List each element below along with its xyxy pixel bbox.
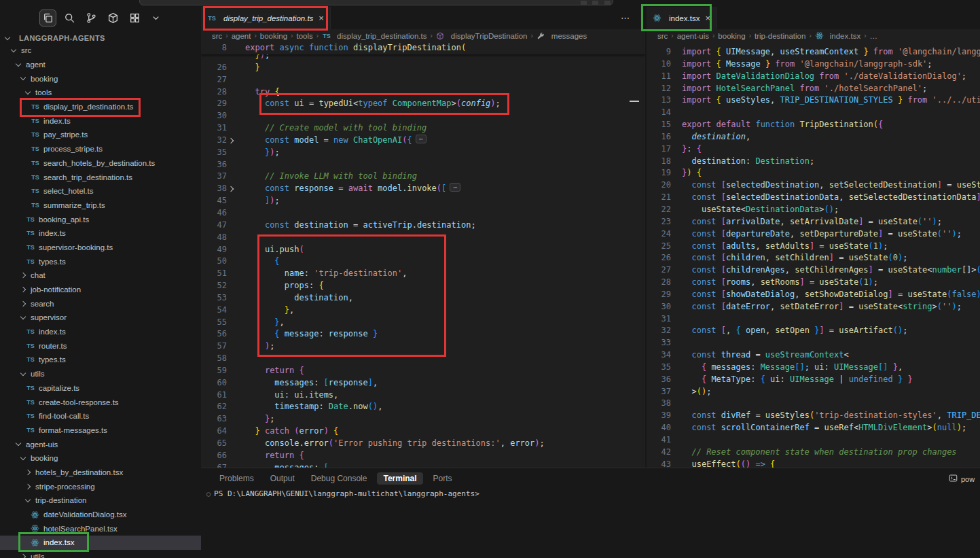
panel-tab-ports[interactable]: Ports [427,472,458,485]
code-line[interactable]: 43 useEffect(() => { [647,459,980,468]
code-line[interactable]: 22 useState<DestinationData>(); [647,204,980,216]
code-line[interactable]: 27 [201,74,645,86]
tree-item-tools[interactable]: tools [0,86,201,100]
fold-chevron-icon[interactable] [227,183,236,195]
code-line[interactable]: 19}) { [647,167,980,179]
code-line[interactable]: 63 }; [201,413,645,425]
tree-item-create-tool-response.ts[interactable]: TScreate-tool-response.ts [0,395,201,409]
tree-item-src[interactable]: src [0,43,201,58]
breadcrumb-item-booking[interactable]: booking [260,32,287,40]
tree-item-agent-uis[interactable]: agent-uis [0,437,201,451]
tree-item-utils[interactable]: utils [0,550,201,558]
source-control-icon[interactable] [83,10,100,27]
breadcrumb-item-booking[interactable]: booking [718,32,745,40]
code-line[interactable]: 31 [647,313,980,326]
code-line[interactable]: 45 ]); [201,195,645,207]
code-line[interactable]: 42 // Reset component state when destina… [647,447,980,459]
fold-chevron-icon[interactable] [227,135,236,147]
code-line[interactable]: 35 }); [201,147,645,159]
code-line[interactable]: 9import { UIMessage, useStreamContext } … [647,46,980,58]
code-line[interactable]: 36 [201,159,645,171]
code-line[interactable]: 37 // Invoke LLM with tool binding [201,171,645,183]
code-line[interactable]: 32 const model = new ChatOpenAI({⋯ [201,135,645,147]
code-line[interactable]: 21 const [selectedDestinationData, setSe… [647,192,980,204]
shell-selector[interactable]: pow [949,474,980,484]
tree-item-capitalize.ts[interactable]: TScapitalize.ts [0,381,201,396]
tree-item-index.ts[interactable]: TSindex.ts [0,325,201,339]
code-line[interactable]: 27 const [childrenAges, setChildrenAges]… [647,264,980,277]
tree-item-search[interactable]: search [0,296,201,311]
code-line[interactable]: 67 messages: [ [201,462,645,468]
code-editor-right[interactable]: 9import { UIMessage, useStreamContext } … [647,42,980,468]
code-line[interactable]: 46 [201,207,645,220]
tree-item-agent[interactable]: agent [0,58,201,72]
code-line[interactable]: 32 const [, { open, setOpen }] = useArti… [647,325,980,337]
tree-item-hotels_by_destination.tsx[interactable]: hotels_by_destination.tsx [0,466,201,480]
code-line[interactable]: 64 } catch (error) { [201,425,645,438]
explorer-files-icon[interactable] [39,10,56,27]
code-line[interactable]: 65 console.error('Error pushing trip des… [201,438,645,450]
code-line[interactable]: 24 const [departureDate, setDepartureDat… [647,228,980,241]
code-line[interactable]: 62 timestamp: Date.now(), [201,401,645,413]
tree-item-types.ts[interactable]: TStypes.ts [0,254,201,268]
code-line[interactable]: 39 const divRef = useStyles('trip-destin… [647,410,980,422]
code-line[interactable]: 49 ui.push( [201,244,645,256]
breadcrumb-item-agent-uis[interactable]: agent-uis [677,32,709,40]
code-line[interactable]: 29 const [showDateDialog, setShowDateDia… [647,289,980,301]
chevron-down-icon[interactable] [148,10,164,26]
titlebar-layout-icon[interactable] [604,1,611,5]
code-line[interactable]: 10import { Message } from '@langchain/la… [647,58,980,71]
code-line[interactable]: 28 const [rooms, setRooms] = useState(1)… [647,277,980,289]
breadcrumb-item-agent[interactable]: agent [232,32,251,40]
code-line[interactable]: 26 } [201,62,645,74]
code-line[interactable]: 17}: { [647,143,980,156]
code-line[interactable]: 55 }, [201,317,645,329]
code-line[interactable]: 20 const [selectedDestination, setSelect… [647,179,980,192]
code-line[interactable]: 15export default function TripDestinatio… [647,119,980,131]
tree-item-search_hotels_by_destination.ts[interactable]: TSsearch_hotels_by_destination.ts [0,156,201,171]
close-icon[interactable]: × [319,13,324,23]
terminal-content[interactable]: ○ PS D:\LANGGRAPH\GENUI\langgraph-multic… [206,489,980,498]
code-line[interactable]: 35 { messages: Message[]; ui: UIMessage[… [647,362,980,374]
explorer-header[interactable]: LANGGRAPH-AGENTS [5,31,105,45]
code-line[interactable]: 36 { MetaType: { ui: UIMessage | undefin… [647,374,980,386]
breadcrumb-item-index.tsx[interactable]: index.tsx [815,31,860,40]
code-line[interactable]: 48 [201,232,645,244]
tree-item-router.ts[interactable]: TSrouter.ts [0,338,201,353]
breadcrumb-item-displayTripDestination[interactable]: displayTripDestination [436,32,528,40]
code-line[interactable]: 31 // Create model with tool binding [201,122,645,135]
tree-item-format-messages.ts[interactable]: TSformat-messages.ts [0,423,201,438]
panel-tab-terminal[interactable]: Terminal [377,472,422,485]
code-line[interactable]: 14 [647,107,980,119]
breadcrumb-item-src[interactable]: src [212,32,222,40]
tab-index-tsx[interactable]: index.tsx × [647,7,717,29]
tree-item-utils[interactable]: utils [0,367,201,381]
code-line[interactable]: 37 >(); [647,386,980,398]
code-line[interactable]: 66 return { [201,450,645,462]
code-line[interactable]: 16 destination, [647,131,980,143]
tree-item-trip-destination[interactable]: trip-destination [0,493,201,508]
code-line[interactable]: 13import { useStyles, TRIP_DESTINATION_S… [647,94,980,107]
tree-item-chat[interactable]: chat [0,268,201,283]
code-line[interactable]: 18 destination: Destination; [647,156,980,168]
tree-item-dateValidationDialog.tsx[interactable]: dateValidationDialog.tsx [0,508,201,522]
tree-item-supervisor[interactable]: supervisor [0,311,201,325]
tree-item-index.ts[interactable]: TSindex.ts [0,226,201,241]
tree-item-search_trip_destination.ts[interactable]: TSsearch_trip_destination.ts [0,170,201,184]
command-center[interactable] [139,0,613,5]
code-line[interactable]: 11import DateValidationDialog from './da… [647,71,980,83]
code-line[interactable]: 59 return { [201,365,645,377]
close-icon[interactable]: × [705,13,710,23]
tree-item-job-notification[interactable]: job-notification [0,283,201,297]
code-line[interactable]: 26 const [children, setChildren] = useSt… [647,252,980,264]
code-line[interactable]: 56 { message: response } [201,328,645,341]
breadcrumb-item-display_trip_destination.ts[interactable]: TSdisplay_trip_destination.ts [322,32,427,40]
code-line[interactable]: 58 [201,353,645,365]
tree-item-summarize_trip.ts[interactable]: TSsummarize_trip.ts [0,198,201,213]
tree-item-booking[interactable]: booking [0,71,201,86]
panel-tab-output[interactable]: Output [264,472,301,485]
code-line[interactable]: 34 const thread = useStreamContext< [647,349,980,362]
code-line[interactable]: 60 messages: [response], [201,377,645,389]
code-line[interactable]: 51 name: 'trip-destination', [201,268,645,280]
code-line[interactable]: 30 [201,110,645,122]
